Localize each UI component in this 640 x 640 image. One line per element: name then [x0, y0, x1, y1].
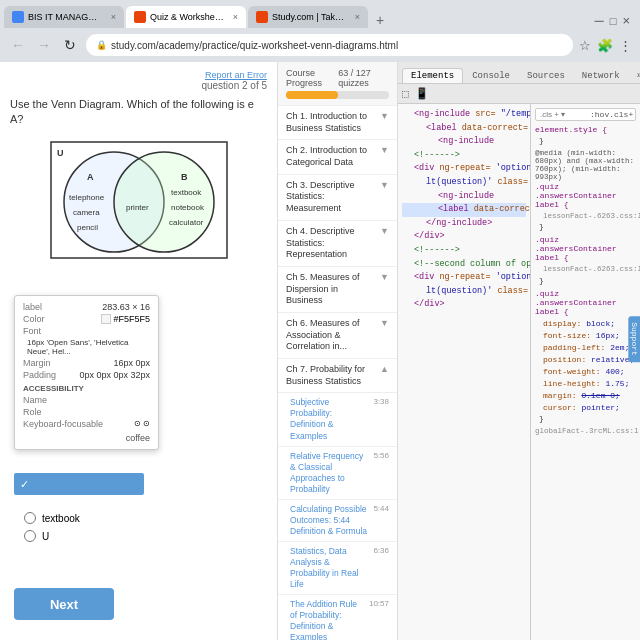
html-line-8-selected[interactable]: <label data-correct= 'false' > </label>	[402, 203, 526, 217]
styles-quiz-section: .quiz .answersContainer label { lessonFa…	[535, 235, 636, 284]
sub-item-1-title: Subjective Probability: Definition & Exa…	[290, 397, 369, 441]
plus-indicator: +	[628, 110, 633, 119]
sub-item-2-title: Relative Frequency & Classical Approache…	[290, 451, 369, 495]
chapter-6-arrow: ▼	[380, 318, 389, 328]
sub-item-4-duration: 6:36	[373, 546, 389, 590]
element-style-close: }	[535, 136, 636, 145]
chapter-2-title: Ch 2. Introduction to Categorical Data	[286, 145, 376, 168]
sub-item-3-duration: 5:44	[373, 504, 389, 537]
chapter-4[interactable]: Ch 4. Descriptive Statistics: Representa…	[278, 221, 397, 267]
tooltip-keyboard-icons: ⊙ ⊙	[134, 419, 150, 429]
tab-bis[interactable]: BIS IT MANAGMENT - Google S... ×	[4, 6, 124, 28]
html-line-10: </div>	[402, 230, 526, 244]
devtools-tab-console[interactable]: Console	[464, 69, 518, 83]
highlight-check-icon: ✓	[20, 478, 29, 491]
tooltip-label-key: label	[23, 302, 42, 312]
chapter-2[interactable]: Ch 2. Introduction to Categorical Data ▼	[278, 140, 397, 174]
venn-item-printer: printer	[126, 203, 149, 212]
tooltip-font-val: 16px 'Open Sans', 'Helvetica Neue', Hel.…	[23, 338, 150, 356]
tabs-container: BIS IT MANAGMENT - Google S... × Quiz & …	[0, 0, 640, 28]
devtools-tab-more[interactable]: »	[629, 69, 640, 83]
devtools-content: <ng-include src= "/templates/quiz1_optio…	[398, 104, 640, 640]
address-bar[interactable]: 🔒 study.com/academy/practice/quiz-worksh…	[86, 34, 573, 56]
html-comment: <!--second column of options-->	[414, 259, 530, 269]
venn-item-calculator: calculator	[169, 218, 204, 227]
tooltip-role-row: Role	[23, 407, 150, 417]
report-error-link[interactable]: Report an Error	[10, 70, 267, 80]
quiz-panel: Report an Error question 2 of 5 Use the …	[0, 62, 278, 640]
style-cursor: cursor: pointer;	[535, 402, 636, 414]
refresh-button[interactable]: ↻	[60, 37, 80, 53]
forward-button[interactable]: →	[34, 37, 54, 53]
main-selector: .quiz .answersContainer label {	[535, 289, 636, 316]
browser-toolbar: ← → ↻ 🔒 study.com/academy/practice/quiz-…	[0, 28, 640, 62]
devtools-tabs: Elements Console Sources Network » ×	[398, 62, 640, 84]
sub-item-2[interactable]: Relative Frequency & Classical Approache…	[278, 447, 397, 500]
new-tab-button[interactable]: +	[370, 12, 390, 28]
html-attr: ng-repeat=	[440, 163, 491, 173]
html-val: lt(question)'	[426, 177, 492, 187]
sub-item-4-title: Statistics, Data Analysis & Probability …	[290, 546, 369, 590]
html-line-13: <div ng-repeat= 'option in quizCtrl.getS…	[402, 271, 526, 285]
tooltip-coffee-text: coffee	[23, 433, 150, 443]
html-tag: <ng-include	[438, 136, 494, 146]
option-textbook-label: textbook	[42, 513, 80, 524]
chapter-5[interactable]: Ch 5. Measures of Dispersion in Business…	[278, 267, 397, 313]
extensions-icon[interactable]: 🧩	[597, 38, 613, 53]
option-textbook-radio[interactable]	[24, 512, 36, 524]
minimize-button[interactable]: ─	[595, 13, 604, 28]
cls-indicator: .cls	[609, 110, 628, 119]
chapter-1-arrow: ▼	[380, 111, 389, 121]
html-tag: <ng-include	[414, 109, 470, 119]
tab-close-study[interactable]: ×	[355, 12, 360, 22]
maximize-button[interactable]: □	[610, 15, 617, 27]
chapter-6[interactable]: Ch 6. Measures of Association & Correlat…	[278, 313, 397, 359]
tab-close-bis[interactable]: ×	[111, 12, 116, 22]
styles-filter-bar[interactable]: :hov .cls +	[535, 108, 636, 121]
settings-icon[interactable]: ⋮	[619, 38, 632, 53]
bookmark-star-icon[interactable]: ☆	[579, 38, 591, 53]
venn-a-label: A	[87, 172, 94, 182]
tab-studycom[interactable]: Study.com | Take Online Cours... ×	[248, 6, 368, 28]
styles-filter-input[interactable]	[540, 110, 590, 119]
tab-quiz[interactable]: Quiz & Worksheet - Venn Diag... ×	[126, 6, 246, 28]
chapter-3[interactable]: Ch 3. Descriptive Statistics: Measuremen…	[278, 175, 397, 221]
close-button[interactable]: ×	[622, 13, 630, 28]
element-picker-icon[interactable]: ⬚	[402, 87, 409, 100]
back-button[interactable]: ←	[8, 37, 28, 53]
chapter-1[interactable]: Ch 1. Introduction to Business Statistic…	[278, 106, 397, 140]
progress-title: Course Progress	[286, 68, 338, 88]
devtools-styles-panel: :hov .cls + element.style { } @media (mi…	[530, 104, 640, 640]
option-textbook-row[interactable]: textbook	[14, 509, 90, 527]
device-toggle-icon[interactable]: 📱	[415, 87, 429, 100]
chapter-7-title: Ch 7. Probability for Business Statistic…	[286, 364, 376, 387]
tab-label-quiz: Quiz & Worksheet - Venn Diag...	[150, 12, 225, 22]
chapter-2-arrow: ▼	[380, 145, 389, 155]
media-selector: .quiz .answersContainer label {	[535, 182, 636, 209]
devtools-tab-elements[interactable]: Elements	[402, 68, 463, 83]
option-u-radio[interactable]	[24, 530, 36, 542]
support-tab[interactable]: Support	[629, 317, 640, 363]
tab-close-quiz[interactable]: ×	[233, 12, 238, 22]
sub-item-4[interactable]: Statistics, Data Analysis & Probability …	[278, 542, 397, 595]
chapter-5-arrow: ▼	[380, 272, 389, 282]
tab-favicon-study	[256, 11, 268, 23]
devtools-tab-sources[interactable]: Sources	[519, 69, 573, 83]
option-u-row[interactable]: U	[14, 527, 90, 545]
chapter-7[interactable]: Ch 7. Probability for Business Statistic…	[278, 359, 397, 393]
html-attr: class=	[497, 286, 528, 296]
sub-item-5[interactable]: The Addition Rule of Probability: Defini…	[278, 595, 397, 640]
chapter-7-arrow: ▲	[380, 364, 389, 374]
tooltip-color-key: Color	[23, 314, 45, 324]
devtools-tab-network[interactable]: Network	[574, 69, 628, 83]
next-button[interactable]: Next	[14, 588, 114, 620]
sub-item-1[interactable]: Subjective Probability: Definition & Exa…	[278, 393, 397, 446]
html-attr-sel: data-correct=	[474, 204, 530, 214]
venn-item-pencil: pencil	[77, 223, 98, 232]
sub-item-2-duration: 5:56	[373, 451, 389, 495]
style-display: display: block;	[535, 318, 636, 330]
highlight-bar: ✓	[14, 473, 144, 495]
sub-item-5-title: The Addition Rule of Probability: Defini…	[290, 599, 365, 640]
venn-b-label: B	[181, 172, 188, 182]
sub-item-3[interactable]: Calculating Possible Outcomes: 5:44 Defi…	[278, 500, 397, 542]
